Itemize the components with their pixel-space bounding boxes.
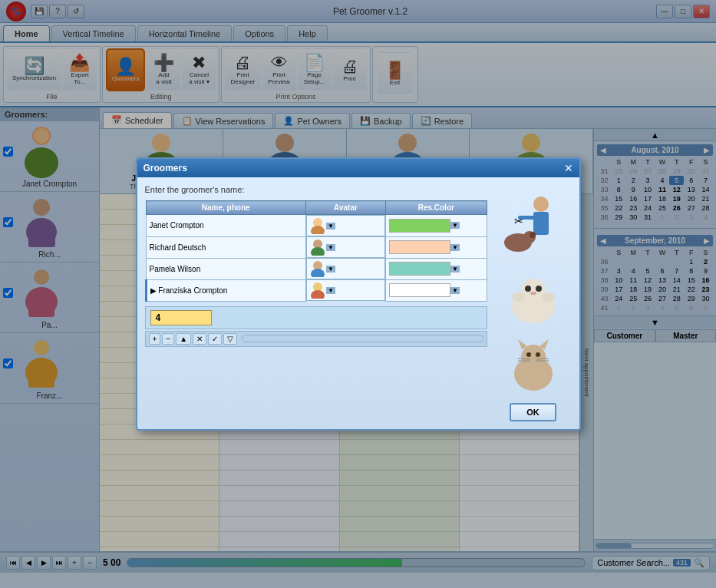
modal-nav-filter[interactable]: ▽ xyxy=(223,333,237,345)
color-dropdown-4[interactable]: ▼ xyxy=(450,287,460,294)
groomer-name-2[interactable]: Richard Deutsch xyxy=(146,236,305,258)
svg-point-39 xyxy=(530,292,536,295)
table-row: ▶ Franziska Crompton ▼ ▼ xyxy=(146,279,487,301)
svg-point-21 xyxy=(311,226,325,234)
groomer-name-3[interactable]: Pamela Wilson xyxy=(146,258,305,279)
modal-left: Enter the groomer's name: Name, phone Av… xyxy=(145,185,487,421)
groomers-modal: Groomers ✕ Enter the groomer's name: Nam… xyxy=(136,157,581,431)
svg-point-36 xyxy=(521,279,546,303)
color-swatch-1 xyxy=(389,219,450,233)
groomer-name-4[interactable]: ▶ Franziska Crompton xyxy=(146,279,305,301)
svg-point-38 xyxy=(536,286,542,292)
svg-point-37 xyxy=(525,286,531,292)
modal-title: Groomers xyxy=(144,163,187,173)
color-swatch-3 xyxy=(389,262,450,276)
avatar-img-3 xyxy=(310,260,325,277)
pet-image-3 xyxy=(503,335,564,397)
name-phone-header: Name, phone xyxy=(146,201,305,215)
modal-body: Enter the groomer's name: Name, phone Av… xyxy=(137,177,579,429)
avatar-dropdown-2[interactable]: ▼ xyxy=(326,244,335,251)
modal-overlay: Groomers ✕ Enter the groomer's name: Nam… xyxy=(0,0,716,588)
table-row: Richard Deutsch ▼ ▼ xyxy=(146,236,487,258)
table-row: Janet Crompton ▼ ▼ xyxy=(146,215,487,237)
svg-point-27 xyxy=(311,290,325,299)
avatar-cell-2: ▼ xyxy=(306,236,385,258)
pet-images-panel: ✂ xyxy=(495,185,572,421)
modal-title-bar: Groomers ✕ xyxy=(137,159,579,177)
svg-point-23 xyxy=(311,247,325,256)
modal-navigator: + − ▲ ✕ ✓ ▽ xyxy=(145,331,487,347)
avatar-cell-4: ▼ xyxy=(306,279,385,301)
svg-point-25 xyxy=(311,269,325,277)
avatar-cell-3: ▼ xyxy=(306,258,385,279)
color-swatch-4 xyxy=(389,283,450,297)
avatar-dropdown-4[interactable]: ▼ xyxy=(326,287,335,294)
svg-point-46 xyxy=(526,352,531,357)
modal-close-btn[interactable]: ✕ xyxy=(564,162,573,174)
avatar-dropdown-1[interactable]: ▼ xyxy=(326,223,335,230)
modal-scrollbar[interactable] xyxy=(242,335,483,342)
svg-point-43 xyxy=(521,345,546,369)
res-color-cell-1[interactable]: ▼ xyxy=(386,215,487,237)
svg-point-47 xyxy=(536,352,540,357)
avatar-cell-1: ▼ xyxy=(306,215,385,236)
res-color-cell-3[interactable]: ▼ xyxy=(386,258,487,279)
groomer-name-1[interactable]: Janet Crompton xyxy=(146,215,305,237)
pet-image-2 xyxy=(503,268,564,329)
color-dropdown-1[interactable]: ▼ xyxy=(450,222,460,229)
avatar-dropdown-3[interactable]: ▼ xyxy=(326,266,335,273)
res-color-cell-4[interactable]: ▼ xyxy=(386,279,487,301)
groomer-table: Name, phone Avatar Res.Color Janet Cromp… xyxy=(145,200,487,302)
modal-nav-check[interactable]: ✓ xyxy=(208,333,222,345)
svg-point-41 xyxy=(543,292,555,302)
modal-nav-prev[interactable]: − xyxy=(162,333,174,345)
pet-image-1: ✂ xyxy=(499,193,568,262)
modal-ok-button[interactable]: OK xyxy=(510,403,556,421)
svg-point-28 xyxy=(533,197,549,212)
res-color-cell-2[interactable]: ▼ xyxy=(386,236,487,258)
modal-nav-up[interactable]: ▲ xyxy=(176,333,191,345)
svg-point-34 xyxy=(530,232,536,238)
modal-nav-down[interactable]: ✕ xyxy=(193,333,206,345)
table-header-row: Name, phone Avatar Res.Color xyxy=(146,201,487,215)
svg-point-40 xyxy=(512,292,524,302)
res-color-header: Res.Color xyxy=(386,201,487,215)
modal-count-area xyxy=(145,306,487,329)
color-swatch-2 xyxy=(389,240,450,254)
avatar-img-1 xyxy=(310,217,325,234)
avatar-header: Avatar xyxy=(305,201,385,215)
table-row: Pamela Wilson ▼ ▼ xyxy=(146,258,487,279)
avatar-img-4 xyxy=(310,282,325,299)
groomer-count-field[interactable] xyxy=(150,310,212,325)
color-dropdown-3[interactable]: ▼ xyxy=(450,266,460,273)
svg-text:✂: ✂ xyxy=(514,215,523,227)
svg-rect-29 xyxy=(533,212,549,235)
avatar-img-2 xyxy=(310,239,325,256)
modal-instruction: Enter the groomer's name: xyxy=(145,185,487,194)
modal-nav-first[interactable]: + xyxy=(149,333,161,345)
color-dropdown-2[interactable]: ▼ xyxy=(450,244,460,251)
